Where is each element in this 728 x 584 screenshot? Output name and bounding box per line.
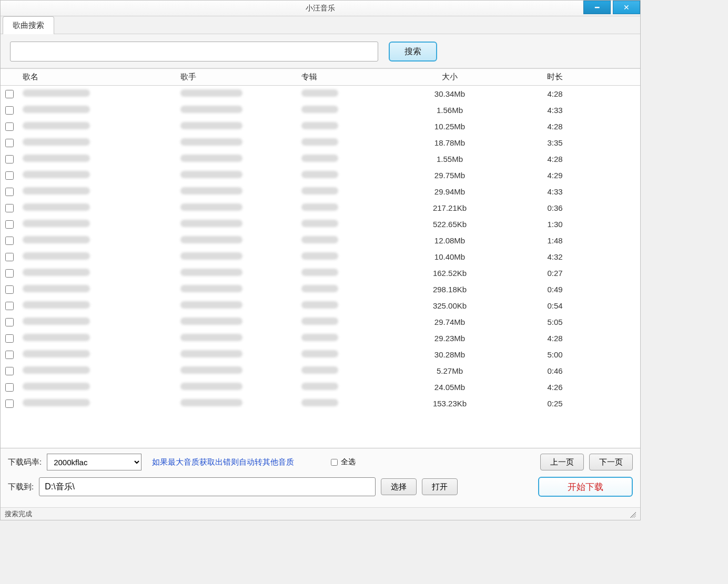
row-checkbox[interactable]	[5, 204, 14, 212]
cell-artist	[176, 350, 297, 359]
search-input[interactable]	[10, 42, 378, 62]
download-path-input[interactable]	[39, 477, 376, 496]
cell-artist	[176, 317, 297, 326]
table-row[interactable]: 30.34Mb4:28	[1, 86, 640, 102]
cell-artist	[176, 106, 297, 115]
cell-album	[297, 236, 397, 245]
cell-song-name	[18, 155, 176, 163]
row-checkbox[interactable]	[5, 106, 14, 115]
row-checkbox[interactable]	[5, 318, 14, 326]
row-checkbox[interactable]	[5, 399, 14, 408]
cell-artist	[176, 236, 297, 245]
cell-song-name	[18, 252, 176, 261]
start-download-button[interactable]: 开始下载	[538, 477, 633, 497]
table-row[interactable]: 5.27Mb0:46	[1, 363, 640, 379]
row-checkbox[interactable]	[5, 171, 14, 180]
cell-duration: 4:28	[502, 155, 608, 163]
table-row[interactable]: 298.18Kb0:49	[1, 281, 640, 298]
prev-page-button[interactable]: 上一页	[540, 454, 584, 470]
cell-duration: 0:36	[502, 203, 608, 212]
cell-song-name	[18, 171, 176, 180]
cell-album	[297, 350, 397, 359]
cell-size: 29.75Mb	[397, 171, 502, 180]
row-checkbox[interactable]	[5, 334, 14, 343]
tab-song-search[interactable]: 歌曲搜索	[3, 16, 54, 34]
row-checkbox[interactable]	[5, 383, 14, 392]
table-row[interactable]: 29.23Mb4:28	[1, 330, 640, 346]
row-checkbox[interactable]	[5, 90, 14, 98]
titlebar: 小汪音乐 ━ ✕	[1, 1, 640, 16]
minimize-icon: ━	[595, 3, 599, 12]
cell-song-name	[18, 122, 176, 131]
table-row[interactable]: 18.78Mb3:35	[1, 135, 640, 151]
cell-size: 162.52Kb	[397, 269, 502, 278]
cell-size: 325.00Kb	[397, 301, 502, 310]
row-checkbox[interactable]	[5, 155, 14, 163]
bitrate-select[interactable]: 2000kflac	[47, 454, 141, 470]
cell-size: 12.08Mb	[397, 236, 502, 245]
table-row[interactable]: 162.52Kb0:27	[1, 265, 640, 281]
table-row[interactable]: 325.00Kb0:54	[1, 298, 640, 314]
row-checkbox[interactable]	[5, 237, 14, 245]
cell-size: 24.05Mb	[397, 383, 502, 392]
row-checkbox[interactable]	[5, 122, 14, 131]
select-all-checkbox[interactable]	[331, 459, 338, 466]
table-row[interactable]: 29.75Mb4:29	[1, 167, 640, 183]
col-duration[interactable]: 时长	[502, 72, 608, 82]
row-checkbox[interactable]	[5, 253, 14, 261]
row-checkbox[interactable]	[5, 188, 14, 196]
col-size[interactable]: 大小	[397, 72, 502, 82]
cell-album	[297, 301, 397, 310]
open-path-button[interactable]: 打开	[422, 478, 458, 495]
row-checkbox[interactable]	[5, 351, 14, 359]
row-checkbox[interactable]	[5, 220, 14, 229]
bottom-panel: 下载码率: 2000kflac 如果最大音质获取出错则自动转其他音质 全选 上一…	[1, 448, 640, 507]
table-row[interactable]: 29.94Mb4:33	[1, 183, 640, 200]
table-row[interactable]: 522.65Kb1:30	[1, 216, 640, 232]
table-row[interactable]: 1.56Mb4:33	[1, 102, 640, 118]
cell-song-name	[18, 236, 176, 245]
cell-duration: 4:26	[502, 383, 608, 392]
cell-song-name	[18, 106, 176, 115]
table-row[interactable]: 10.40Mb4:32	[1, 249, 640, 265]
resize-grip-icon[interactable]	[629, 510, 636, 518]
table-row[interactable]: 12.08Mb1:48	[1, 232, 640, 249]
col-artist[interactable]: 歌手	[176, 72, 297, 82]
next-page-button[interactable]: 下一页	[589, 454, 633, 470]
cell-album	[297, 366, 397, 375]
cell-album	[297, 285, 397, 294]
table-row[interactable]: 153.23Kb0:25	[1, 395, 640, 412]
minimize-button[interactable]: ━	[583, 1, 611, 14]
row-checkbox[interactable]	[5, 139, 14, 147]
cell-album	[297, 203, 397, 212]
cell-artist	[176, 334, 297, 343]
col-song-name[interactable]: 歌名	[18, 72, 176, 82]
cell-album	[297, 220, 397, 229]
row-checkbox[interactable]	[5, 285, 14, 294]
select-all-wrap: 全选	[331, 457, 356, 467]
table-scroll[interactable]: 歌名 歌手 专辑 大小 时长 30.34Mb4:281.56Mb4:3310.2…	[1, 69, 640, 448]
choose-path-button[interactable]: 选择	[381, 478, 417, 495]
table-row[interactable]: 29.74Mb5:05	[1, 314, 640, 330]
cell-duration: 5:00	[502, 350, 608, 359]
cell-duration: 4:32	[502, 252, 608, 261]
cell-artist	[176, 269, 297, 278]
table-row[interactable]: 1.55Mb4:28	[1, 151, 640, 167]
row-checkbox[interactable]	[5, 367, 14, 375]
cell-song-name	[18, 317, 176, 326]
col-album[interactable]: 专辑	[297, 72, 397, 82]
cell-duration: 0:25	[502, 399, 608, 408]
table-row[interactable]: 30.28Mb5:00	[1, 346, 640, 363]
cell-album	[297, 122, 397, 131]
cell-song-name	[18, 89, 176, 98]
cell-size: 10.25Mb	[397, 122, 502, 131]
row-checkbox[interactable]	[5, 269, 14, 278]
download-to-label: 下载到:	[8, 482, 34, 492]
close-button[interactable]: ✕	[613, 1, 640, 14]
app-window: 小汪音乐 ━ ✕ 歌曲搜索 搜索 歌名 歌手 专辑 大小 时长	[0, 0, 641, 520]
table-row[interactable]: 24.05Mb4:26	[1, 379, 640, 395]
search-button[interactable]: 搜索	[389, 42, 437, 62]
row-checkbox[interactable]	[5, 302, 14, 310]
table-row[interactable]: 10.25Mb4:28	[1, 118, 640, 135]
table-row[interactable]: 217.21Kb0:36	[1, 200, 640, 216]
